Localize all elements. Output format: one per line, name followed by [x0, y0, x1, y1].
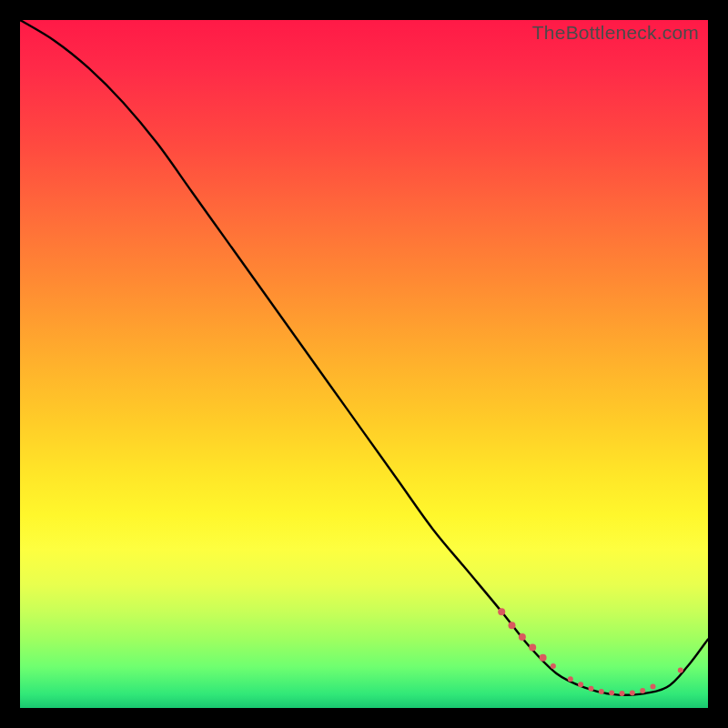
marker-dot: [551, 663, 556, 669]
marker-dot: [578, 682, 583, 687]
marker-dot: [620, 691, 625, 696]
marker-dot: [630, 690, 635, 695]
chart-svg: [20, 20, 708, 708]
marker-dot: [529, 644, 536, 652]
marker-dot: [498, 608, 505, 615]
chart-frame: TheBottleneck.com: [0, 0, 728, 728]
marker-dot: [640, 688, 645, 693]
marker-dot: [651, 684, 656, 690]
marker-dot: [509, 622, 516, 629]
line-series-curve: [20, 20, 708, 695]
marker-group: [498, 608, 683, 696]
marker-dot: [678, 667, 683, 672]
marker-dot: [568, 676, 573, 682]
marker-dot: [609, 690, 614, 695]
marker-dot: [599, 689, 604, 694]
plot-area: TheBottleneck.com: [20, 20, 708, 708]
marker-dot: [540, 654, 547, 662]
marker-dot: [589, 686, 594, 692]
marker-dot: [519, 633, 526, 641]
